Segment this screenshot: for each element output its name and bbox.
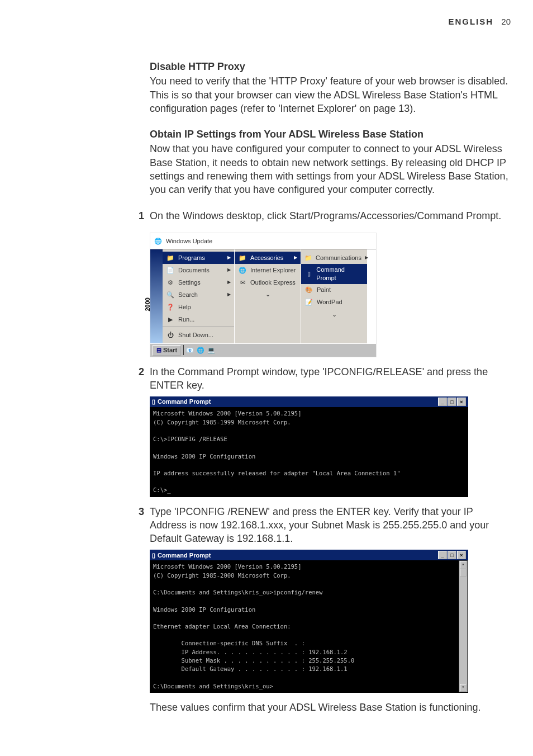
step-1-text: On the Windows desktop, click Start/Prog… [150, 209, 511, 223]
menu-item-programs[interactable]: 📁Programs▶ [163, 252, 234, 264]
menu-expand[interactable]: ⌄ [235, 289, 301, 300]
menu-item-outlook[interactable]: ✉Outlook Express [235, 276, 301, 289]
gear-icon: ⚙ [166, 278, 175, 287]
chevron-right-icon: ▶ [227, 292, 231, 298]
window-title: Command Prompt [158, 551, 211, 560]
footer-note: These values confirm that your ADSL Wire… [150, 701, 511, 714]
paint-icon: 🎨 [304, 286, 313, 295]
window-title: Command Prompt [158, 398, 211, 406]
tray-icon[interactable]: 🌐 [197, 346, 205, 355]
menu-item-wordpad[interactable]: 📝WordPad [301, 296, 367, 309]
start-button[interactable]: ⊞Start [153, 345, 181, 356]
section-obtain-ip-body: Now that you have configured your comput… [150, 142, 511, 196]
step-3-number: 3 [139, 505, 150, 518]
window-titlebar[interactable]: ▯ Command Prompt _ □ × [150, 396, 468, 407]
document-icon: 📄 [166, 266, 175, 275]
step-2-number: 2 [139, 365, 150, 379]
taskbar-separator [183, 345, 184, 355]
chevron-right-icon: ▶ [365, 255, 368, 261]
scroll-up-icon[interactable]: ▴ [460, 561, 467, 569]
menu-item-windows-update[interactable]: 🌐 Windows Update [150, 233, 376, 249]
terminal-output[interactable]: Microsoft Windows 2000 [Version 5.00.219… [150, 407, 468, 497]
chevron-down-icon: ⌄ [265, 290, 270, 299]
folder-icon: 📁 [166, 253, 175, 262]
wordpad-icon: 📝 [304, 298, 313, 307]
step-3-text: Type 'IPCONFIG /RENEW' and press the ENT… [150, 505, 511, 546]
menu-item-accessories[interactable]: 📁Accessories▶ [235, 252, 301, 264]
section-disable-proxy-body: You need to verify that the 'HTTP Proxy'… [150, 74, 511, 115]
menu-item-documents[interactable]: 📄Documents▶ [163, 264, 234, 276]
maximize-button[interactable]: □ [448, 551, 456, 559]
tray-icon[interactable]: 💻 [207, 346, 216, 355]
close-button[interactable]: × [457, 551, 466, 559]
step-1-number: 1 [139, 209, 150, 223]
search-icon: 🔍 [166, 290, 175, 299]
menu-item-command-prompt[interactable]: ▯Command Prompt [301, 264, 367, 284]
section-disable-proxy-title: Disable HTTP Proxy [150, 60, 511, 73]
screenshot-cmd-release: ▯ Command Prompt _ □ × Microsoft Windows… [150, 396, 468, 497]
menu-label: Windows Update [166, 237, 212, 245]
menu-item-run[interactable]: ▶Run... [163, 313, 234, 325]
menu-item-search[interactable]: 🔍Search▶ [163, 289, 234, 301]
close-button[interactable]: × [457, 398, 466, 406]
window-titlebar[interactable]: ▯ Command Prompt _ □ × [150, 550, 468, 560]
screenshot-cmd-renew: ▯ Command Prompt _ □ × Microsoft Windows… [150, 550, 468, 692]
power-icon: ⏻ [166, 330, 175, 339]
scroll-thumb[interactable] [460, 569, 467, 577]
chevron-right-icon: ▶ [294, 255, 297, 261]
step-2-text: In the Command Prompt window, type 'IPCO… [150, 365, 511, 393]
tray-icon[interactable]: 📧 [186, 346, 194, 355]
menu-divider [163, 327, 234, 328]
chevron-down-icon: ⌄ [332, 310, 337, 319]
screenshot-start-menu: 🌐 Windows Update Windows 2000 Profession… [150, 233, 377, 357]
help-icon: ❓ [166, 303, 175, 311]
globe-icon: 🌐 [154, 237, 163, 245]
folder-icon: 📁 [304, 253, 312, 262]
menu-item-paint[interactable]: 🎨Paint [301, 284, 367, 296]
scrollbar[interactable]: ▴ ▾ [459, 560, 468, 692]
ie-icon: 🌐 [238, 266, 247, 275]
mail-icon: ✉ [238, 278, 247, 287]
chevron-right-icon: ▶ [227, 280, 231, 286]
menu-item-shutdown[interactable]: ⏻Shut Down... [163, 329, 234, 341]
menu-item-communications[interactable]: 📁Communications▶ [301, 252, 367, 264]
page-header: ENGLISH 20 [31, 17, 511, 26]
run-icon: ▶ [166, 315, 175, 324]
section-obtain-ip-title: Obtain IP Settings from Your ADSL Wirele… [150, 127, 511, 141]
menu-item-ie[interactable]: 🌐Internet Explorer [235, 264, 301, 276]
minimize-button[interactable]: _ [438, 551, 447, 559]
folder-icon: 📁 [238, 253, 247, 262]
page-number: 20 [501, 17, 511, 26]
maximize-button[interactable]: □ [448, 398, 456, 406]
scroll-down-icon[interactable]: ▾ [460, 684, 467, 692]
menu-item-help[interactable]: ❓Help [163, 301, 234, 313]
terminal-icon: ▯ [304, 270, 313, 278]
terminal-icon: ▯ [152, 398, 155, 406]
chevron-right-icon: ▶ [227, 267, 231, 273]
terminal-icon: ▯ [152, 551, 155, 560]
minimize-button[interactable]: _ [438, 398, 447, 406]
menu-item-settings[interactable]: ⚙Settings▶ [163, 276, 234, 289]
chevron-right-icon: ▶ [227, 255, 231, 261]
language-label: ENGLISH [448, 17, 493, 26]
menu-expand[interactable]: ⌄ [301, 309, 367, 320]
windows-logo-icon: ⊞ [156, 346, 161, 355]
start-menu-side-banner: Windows 2000 Professional [150, 249, 163, 343]
taskbar: ⊞Start 📧 🌐 💻 [150, 343, 376, 357]
terminal-output[interactable]: Microsoft Windows 2000 [Version 5.00.219… [150, 560, 468, 692]
